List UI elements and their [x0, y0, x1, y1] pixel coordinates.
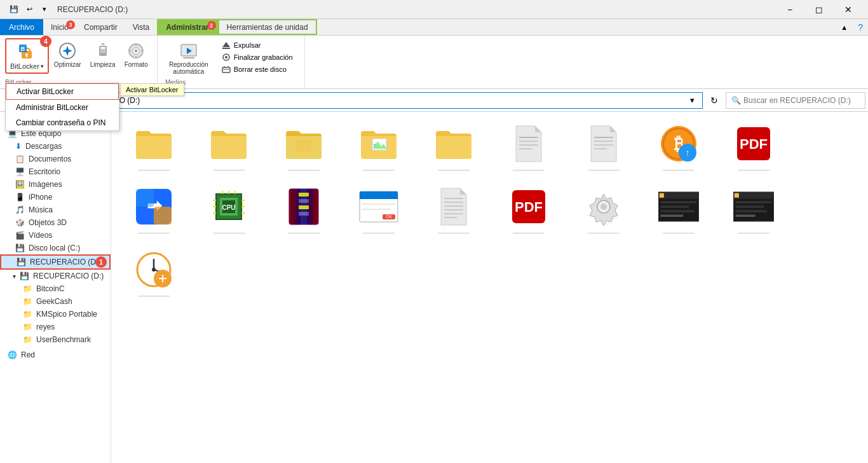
finalizar-button[interactable]: Finalizar grabación	[217, 52, 297, 63]
qat-down[interactable]: ▾	[38, 3, 51, 16]
badge-1: 1	[95, 256, 107, 268]
file-item[interactable]: ───────	[419, 120, 489, 177]
file-label: ───────	[213, 167, 245, 174]
file-item[interactable]: ───────	[719, 183, 789, 240]
sidebar-red[interactable]: 🌐 Red	[0, 349, 111, 361]
svg-rect-46	[136, 189, 154, 207]
qat-undo[interactable]: ↩	[23, 3, 36, 16]
svg-rect-65	[299, 199, 309, 203]
ribbon-group-items: B BitLocker ▾ Activar BitLocker Administ…	[5, 38, 152, 78]
file-item[interactable]: ───────	[119, 245, 189, 303]
sidebar-objetos3d[interactable]: 🎲 Objetos 3D	[0, 216, 111, 229]
manage-bitlocker-item[interactable]: Administrar BitLocker	[6, 100, 119, 115]
file-label: ───────	[738, 167, 770, 174]
search-input[interactable]	[743, 96, 860, 105]
file-item[interactable]: ₿ ↑ ───────	[644, 120, 714, 177]
sidebar-escritorio[interactable]: 🖥️ Escritorio	[0, 165, 111, 178]
reproduccion-button[interactable]: Reproducción automática	[165, 38, 212, 78]
sidebar-kmspico[interactable]: 📁 KMSpico Portable	[0, 308, 111, 321]
file-item[interactable]: ───────	[344, 120, 414, 177]
tab-administrar[interactable]: Administrar 2	[157, 19, 217, 35]
file-item[interactable]: PDF ───────	[719, 120, 789, 177]
limpieza-icon	[93, 41, 113, 61]
refresh-button[interactable]: ↻	[705, 92, 723, 109]
sidebar-iphone[interactable]: 📱 iPhone	[0, 191, 111, 204]
optimizar-button[interactable]: Optimizar	[50, 38, 85, 71]
search-box[interactable]: 🔍	[726, 92, 865, 109]
file-item[interactable]: CPU ───────	[194, 183, 264, 240]
help-button[interactable]: ?	[853, 19, 868, 35]
address-dropdown-button[interactable]: ▾	[688, 95, 697, 105]
tab-compartir[interactable]: Compartir	[76, 19, 125, 35]
sidebar-descargas[interactable]: ⬇ Descargas	[0, 140, 111, 153]
quick-access-toolbar: 💾 ↩ ▾	[5, 3, 53, 16]
ribbon-collapse[interactable]: ▲	[836, 19, 853, 35]
ribbon-content: B BitLocker ▾ Activar BitLocker Administ…	[0, 36, 868, 89]
pdf-icon: PDF	[733, 123, 774, 164]
file-item[interactable]: ───────	[419, 183, 489, 240]
svg-rect-93	[733, 192, 774, 199]
borrar-icon	[221, 65, 231, 74]
search-icon: 🔍	[731, 96, 741, 105]
music-icon: 🎵	[15, 205, 25, 214]
file-item[interactable]: ───────	[569, 183, 639, 240]
svg-rect-64	[299, 193, 309, 197]
images-icon: 🖼️	[15, 180, 25, 189]
sidebar-imagenes[interactable]: 🖼️ Imágenes	[0, 178, 111, 191]
sidebar-reyes[interactable]: 📁 reyes	[0, 321, 111, 333]
dropdown-arrow: ▾	[41, 63, 44, 69]
qat-save[interactable]: 💾	[8, 3, 20, 16]
sidebar-bitcoinc[interactable]: 📁 BitcoinC	[0, 282, 111, 295]
file-item[interactable]: ───────	[269, 183, 339, 240]
activate-bitlocker-item[interactable]: Activar BitLocker	[6, 83, 119, 100]
file-label: ───────	[138, 167, 170, 174]
clock-icon	[133, 249, 174, 290]
change-password-item[interactable]: Cambiar contraseña o PIN	[6, 115, 119, 130]
tab-vista[interactable]: Vista	[125, 19, 157, 35]
sidebar-userbenchmark[interactable]: 📁 UserBenchmark	[0, 333, 111, 346]
svg-rect-96	[736, 205, 764, 208]
file-item[interactable]: ───────	[194, 120, 264, 177]
sidebar-recuperacio-d[interactable]: 💾 RECUPERACIO (D:) 1	[0, 254, 111, 270]
title-bar: 💾 ↩ ▾ RECUPERACIO (D:) − ◻ ✕	[0, 0, 868, 19]
close-button[interactable]: ✕	[834, 0, 863, 19]
maximize-button[interactable]: ◻	[804, 0, 834, 19]
ribbon-group-medios: Reproducción automática Expulsar Fin	[158, 36, 305, 88]
borrar-button[interactable]: Borrar este disco	[217, 64, 297, 75]
file-item[interactable]: ───────	[644, 183, 714, 240]
tab-herramientas[interactable]: Herramientas de unidad	[218, 19, 317, 35]
svg-rect-87	[660, 193, 664, 198]
file-item[interactable]: ───────	[569, 120, 639, 177]
file-item[interactable]: ───────	[494, 120, 564, 177]
svg-text:OK: OK	[386, 214, 392, 219]
sidebar-videos[interactable]: 🎬 Vídeos	[0, 229, 111, 242]
sidebar-recuperacio-root[interactable]: ▾ 💾 RECUPERACIO (D:)	[0, 270, 111, 282]
document2-icon	[583, 123, 624, 164]
svg-rect-67	[299, 212, 309, 216]
sidebar-geekcash[interactable]: 📁 GeekCash	[0, 295, 111, 308]
limpieza-button[interactable]: Limpieza	[86, 38, 119, 71]
sidebar-documentos[interactable]: 📋 Documentos	[0, 153, 111, 165]
badge-4: 4	[40, 36, 51, 47]
tab-archivo[interactable]: Archivo	[0, 19, 43, 35]
svg-text:↑: ↑	[686, 148, 690, 158]
objects3d-icon: 🎲	[15, 218, 25, 227]
file-item[interactable]: PDF ───────	[494, 183, 564, 240]
expulsar-button[interactable]: Expulsar	[217, 39, 297, 51]
documents-icon: 📋	[15, 155, 25, 163]
document-long-icon	[433, 186, 474, 227]
chip-icon: CPU	[208, 186, 249, 227]
svg-point-13	[135, 50, 137, 52]
medios-items: Reproducción automática Expulsar Fin	[165, 38, 297, 78]
file-item[interactable]: ───────	[119, 120, 189, 177]
formato-button[interactable]: Formato	[121, 38, 152, 71]
tab-inicio[interactable]: Inicio 3	[43, 19, 76, 35]
file-item[interactable]: ───────	[269, 120, 339, 177]
file-item[interactable]: ➡ ───────	[119, 183, 189, 240]
sidebar-musica[interactable]: 🎵 Música	[0, 204, 111, 216]
file-label: ───────	[363, 230, 395, 237]
minimize-button[interactable]: −	[775, 0, 804, 19]
bitcoin-icon: ₿ ↑	[658, 123, 699, 164]
sidebar-disco-c[interactable]: 💾 Disco local (C:)	[0, 242, 111, 254]
file-item[interactable]: OK ───────	[344, 183, 414, 240]
